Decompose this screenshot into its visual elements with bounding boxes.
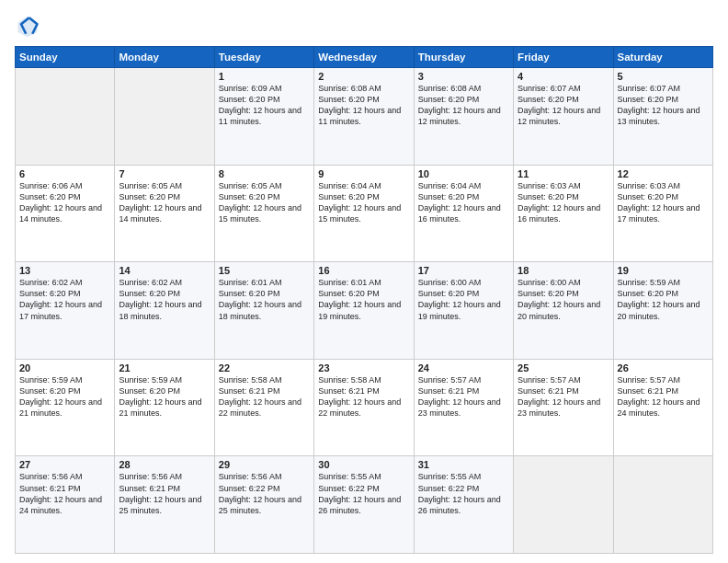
day-number: 22 [219, 362, 310, 373]
day-number: 5 [618, 71, 709, 82]
cell-info: Sunrise: 5:56 AM Sunset: 6:22 PM Dayligh… [219, 471, 310, 516]
day-number: 23 [318, 362, 409, 373]
cell-info: Sunrise: 5:59 AM Sunset: 6:20 PM Dayligh… [618, 277, 709, 322]
cell-info: Sunrise: 6:00 AM Sunset: 6:20 PM Dayligh… [518, 277, 609, 322]
cell-info: Sunrise: 6:05 AM Sunset: 6:20 PM Dayligh… [119, 180, 210, 225]
day-number: 8 [219, 168, 310, 179]
cell-info: Sunrise: 6:08 AM Sunset: 6:20 PM Dayligh… [418, 83, 509, 128]
day-number: 14 [119, 265, 210, 276]
calendar-cell: 1Sunrise: 6:09 AM Sunset: 6:20 PM Daylig… [214, 68, 313, 166]
calendar-cell: 14Sunrise: 6:02 AM Sunset: 6:20 PM Dayli… [115, 262, 214, 360]
day-number: 7 [119, 168, 210, 179]
calendar-cell [613, 456, 712, 554]
calendar-cell: 9Sunrise: 6:04 AM Sunset: 6:20 PM Daylig… [314, 165, 414, 262]
day-number: 29 [219, 459, 310, 470]
cell-info: Sunrise: 5:55 AM Sunset: 6:22 PM Dayligh… [318, 471, 409, 516]
day-header-tuesday: Tuesday [214, 47, 313, 68]
calendar-week-0: 1Sunrise: 6:09 AM Sunset: 6:20 PM Daylig… [16, 68, 713, 166]
day-number: 13 [19, 265, 110, 276]
day-number: 26 [618, 362, 709, 373]
cell-info: Sunrise: 5:59 AM Sunset: 6:20 PM Dayligh… [119, 374, 210, 419]
calendar-cell: 10Sunrise: 6:04 AM Sunset: 6:20 PM Dayli… [414, 165, 513, 262]
day-header-monday: Monday [115, 47, 214, 68]
day-number: 17 [418, 265, 509, 276]
cell-info: Sunrise: 5:57 AM Sunset: 6:21 PM Dayligh… [618, 374, 709, 419]
day-number: 2 [318, 71, 409, 82]
cell-info: Sunrise: 6:02 AM Sunset: 6:20 PM Dayligh… [119, 277, 210, 322]
calendar-week-3: 20Sunrise: 5:59 AM Sunset: 6:20 PM Dayli… [16, 359, 713, 456]
day-header-sunday: Sunday [16, 47, 115, 68]
day-number: 11 [518, 168, 609, 179]
day-number: 27 [19, 459, 110, 470]
calendar-cell: 13Sunrise: 6:02 AM Sunset: 6:20 PM Dayli… [16, 262, 115, 360]
calendar-cell: 3Sunrise: 6:08 AM Sunset: 6:20 PM Daylig… [414, 68, 513, 166]
calendar-cell: 16Sunrise: 6:01 AM Sunset: 6:20 PM Dayli… [314, 262, 414, 360]
day-number: 3 [418, 71, 509, 82]
cell-info: Sunrise: 5:57 AM Sunset: 6:21 PM Dayligh… [518, 374, 609, 419]
calendar-cell: 31Sunrise: 5:55 AM Sunset: 6:22 PM Dayli… [414, 456, 513, 554]
cell-info: Sunrise: 6:02 AM Sunset: 6:20 PM Dayligh… [19, 277, 110, 322]
cell-info: Sunrise: 6:07 AM Sunset: 6:20 PM Dayligh… [618, 83, 709, 128]
cell-info: Sunrise: 6:09 AM Sunset: 6:20 PM Dayligh… [219, 83, 310, 128]
day-number: 30 [318, 459, 409, 470]
day-number: 16 [318, 265, 409, 276]
cell-info: Sunrise: 6:03 AM Sunset: 6:20 PM Dayligh… [518, 180, 609, 225]
cell-info: Sunrise: 6:01 AM Sunset: 6:20 PM Dayligh… [318, 277, 409, 322]
calendar-cell: 23Sunrise: 5:58 AM Sunset: 6:21 PM Dayli… [314, 359, 414, 456]
cell-info: Sunrise: 5:58 AM Sunset: 6:21 PM Dayligh… [219, 374, 310, 419]
calendar-cell: 7Sunrise: 6:05 AM Sunset: 6:20 PM Daylig… [115, 165, 214, 262]
calendar-cell: 25Sunrise: 5:57 AM Sunset: 6:21 PM Dayli… [514, 359, 613, 456]
cell-info: Sunrise: 6:06 AM Sunset: 6:20 PM Dayligh… [19, 180, 110, 225]
day-number: 28 [119, 459, 210, 470]
day-number: 31 [418, 459, 509, 470]
calendar-table: SundayMondayTuesdayWednesdayThursdayFrid… [15, 46, 713, 554]
day-number: 6 [19, 168, 110, 179]
calendar-cell: 8Sunrise: 6:05 AM Sunset: 6:20 PM Daylig… [214, 165, 313, 262]
day-header-thursday: Thursday [414, 47, 513, 68]
calendar-cell: 27Sunrise: 5:56 AM Sunset: 6:21 PM Dayli… [16, 456, 115, 554]
cell-info: Sunrise: 5:58 AM Sunset: 6:21 PM Dayligh… [318, 374, 409, 419]
cell-info: Sunrise: 6:03 AM Sunset: 6:20 PM Dayligh… [618, 180, 709, 225]
day-header-wednesday: Wednesday [314, 47, 414, 68]
calendar-cell: 2Sunrise: 6:08 AM Sunset: 6:20 PM Daylig… [314, 68, 414, 166]
cell-info: Sunrise: 6:04 AM Sunset: 6:20 PM Dayligh… [418, 180, 509, 225]
calendar-cell: 5Sunrise: 6:07 AM Sunset: 6:20 PM Daylig… [613, 68, 712, 166]
cell-info: Sunrise: 6:04 AM Sunset: 6:20 PM Dayligh… [318, 180, 409, 225]
calendar-cell: 24Sunrise: 5:57 AM Sunset: 6:21 PM Dayli… [414, 359, 513, 456]
day-number: 1 [219, 71, 310, 82]
cell-info: Sunrise: 5:59 AM Sunset: 6:20 PM Dayligh… [19, 374, 110, 419]
day-number: 25 [518, 362, 609, 373]
day-number: 24 [418, 362, 509, 373]
calendar-cell [16, 68, 115, 166]
calendar-cell: 28Sunrise: 5:56 AM Sunset: 6:21 PM Dayli… [115, 456, 214, 554]
calendar-week-4: 27Sunrise: 5:56 AM Sunset: 6:21 PM Dayli… [16, 456, 713, 554]
calendar-cell: 22Sunrise: 5:58 AM Sunset: 6:21 PM Dayli… [214, 359, 313, 456]
cell-info: Sunrise: 5:56 AM Sunset: 6:21 PM Dayligh… [19, 471, 110, 516]
cell-info: Sunrise: 6:05 AM Sunset: 6:20 PM Dayligh… [219, 180, 310, 225]
cell-info: Sunrise: 6:01 AM Sunset: 6:20 PM Dayligh… [219, 277, 310, 322]
cell-info: Sunrise: 5:55 AM Sunset: 6:22 PM Dayligh… [418, 471, 509, 516]
calendar-week-2: 13Sunrise: 6:02 AM Sunset: 6:20 PM Dayli… [16, 262, 713, 360]
day-number: 4 [518, 71, 609, 82]
day-number: 10 [418, 168, 509, 179]
calendar-cell: 29Sunrise: 5:56 AM Sunset: 6:22 PM Dayli… [214, 456, 313, 554]
calendar-header-row: SundayMondayTuesdayWednesdayThursdayFrid… [16, 47, 713, 68]
calendar-cell [514, 456, 613, 554]
logo-icon [15, 13, 40, 39]
calendar-cell [115, 68, 214, 166]
calendar-cell: 26Sunrise: 5:57 AM Sunset: 6:21 PM Dayli… [613, 359, 712, 456]
calendar-cell: 4Sunrise: 6:07 AM Sunset: 6:20 PM Daylig… [514, 68, 613, 166]
calendar-cell: 18Sunrise: 6:00 AM Sunset: 6:20 PM Dayli… [514, 262, 613, 360]
page: SundayMondayTuesdayWednesdayThursdayFrid… [0, 0, 728, 563]
cell-info: Sunrise: 6:00 AM Sunset: 6:20 PM Dayligh… [418, 277, 509, 322]
logo [15, 13, 44, 39]
calendar-cell: 21Sunrise: 5:59 AM Sunset: 6:20 PM Dayli… [115, 359, 214, 456]
day-number: 20 [19, 362, 110, 373]
calendar-cell: 11Sunrise: 6:03 AM Sunset: 6:20 PM Dayli… [514, 165, 613, 262]
cell-info: Sunrise: 6:07 AM Sunset: 6:20 PM Dayligh… [518, 83, 609, 128]
calendar-cell: 17Sunrise: 6:00 AM Sunset: 6:20 PM Dayli… [414, 262, 513, 360]
day-number: 9 [318, 168, 409, 179]
calendar-cell: 12Sunrise: 6:03 AM Sunset: 6:20 PM Dayli… [613, 165, 712, 262]
day-number: 15 [219, 265, 310, 276]
cell-info: Sunrise: 5:56 AM Sunset: 6:21 PM Dayligh… [119, 471, 210, 516]
